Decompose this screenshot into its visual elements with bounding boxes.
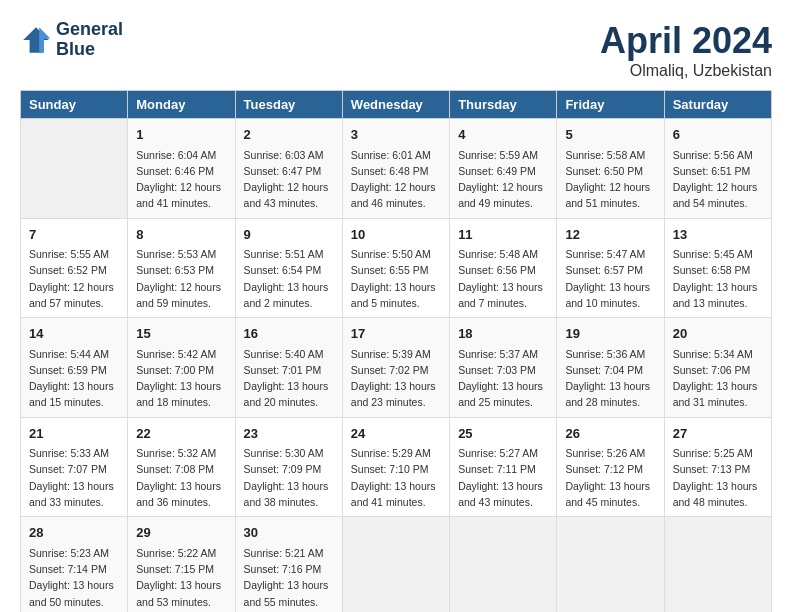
day-number: 23 — [244, 424, 334, 444]
calendar-cell: 29Sunrise: 5:22 AMSunset: 7:15 PMDayligh… — [128, 517, 235, 612]
calendar-cell — [664, 517, 771, 612]
day-info: Sunrise: 5:55 AMSunset: 6:52 PMDaylight:… — [29, 246, 119, 311]
day-info: Sunrise: 5:34 AMSunset: 7:06 PMDaylight:… — [673, 346, 763, 411]
column-header-friday: Friday — [557, 91, 664, 119]
day-number: 24 — [351, 424, 441, 444]
day-number: 7 — [29, 225, 119, 245]
day-number: 15 — [136, 324, 226, 344]
day-info: Sunrise: 5:22 AMSunset: 7:15 PMDaylight:… — [136, 545, 226, 610]
day-number: 28 — [29, 523, 119, 543]
calendar-cell: 2Sunrise: 6:03 AMSunset: 6:47 PMDaylight… — [235, 119, 342, 219]
day-number: 10 — [351, 225, 441, 245]
day-number: 26 — [565, 424, 655, 444]
calendar-cell: 7Sunrise: 5:55 AMSunset: 6:52 PMDaylight… — [21, 218, 128, 318]
day-number: 11 — [458, 225, 548, 245]
day-info: Sunrise: 5:44 AMSunset: 6:59 PMDaylight:… — [29, 346, 119, 411]
location-subtitle: Olmaliq, Uzbekistan — [600, 62, 772, 80]
logo-text: General Blue — [56, 20, 123, 60]
day-info: Sunrise: 5:42 AMSunset: 7:00 PMDaylight:… — [136, 346, 226, 411]
day-info: Sunrise: 5:40 AMSunset: 7:01 PMDaylight:… — [244, 346, 334, 411]
day-number: 8 — [136, 225, 226, 245]
week-row-4: 21Sunrise: 5:33 AMSunset: 7:07 PMDayligh… — [21, 417, 772, 517]
day-number: 20 — [673, 324, 763, 344]
calendar-cell — [342, 517, 449, 612]
day-info: Sunrise: 5:33 AMSunset: 7:07 PMDaylight:… — [29, 445, 119, 510]
day-number: 14 — [29, 324, 119, 344]
calendar-cell: 15Sunrise: 5:42 AMSunset: 7:00 PMDayligh… — [128, 318, 235, 418]
day-info: Sunrise: 5:21 AMSunset: 7:16 PMDaylight:… — [244, 545, 334, 610]
column-header-tuesday: Tuesday — [235, 91, 342, 119]
day-number: 9 — [244, 225, 334, 245]
day-info: Sunrise: 5:37 AMSunset: 7:03 PMDaylight:… — [458, 346, 548, 411]
calendar-cell — [450, 517, 557, 612]
calendar-cell: 24Sunrise: 5:29 AMSunset: 7:10 PMDayligh… — [342, 417, 449, 517]
day-number: 30 — [244, 523, 334, 543]
title-area: April 2024 Olmaliq, Uzbekistan — [600, 20, 772, 80]
day-info: Sunrise: 6:04 AMSunset: 6:46 PMDaylight:… — [136, 147, 226, 212]
calendar-cell: 26Sunrise: 5:26 AMSunset: 7:12 PMDayligh… — [557, 417, 664, 517]
calendar-cell: 10Sunrise: 5:50 AMSunset: 6:55 PMDayligh… — [342, 218, 449, 318]
day-number: 25 — [458, 424, 548, 444]
day-info: Sunrise: 5:51 AMSunset: 6:54 PMDaylight:… — [244, 246, 334, 311]
calendar-cell: 22Sunrise: 5:32 AMSunset: 7:08 PMDayligh… — [128, 417, 235, 517]
calendar-cell: 18Sunrise: 5:37 AMSunset: 7:03 PMDayligh… — [450, 318, 557, 418]
day-info: Sunrise: 5:47 AMSunset: 6:57 PMDaylight:… — [565, 246, 655, 311]
day-number: 3 — [351, 125, 441, 145]
week-row-3: 14Sunrise: 5:44 AMSunset: 6:59 PMDayligh… — [21, 318, 772, 418]
day-info: Sunrise: 5:27 AMSunset: 7:11 PMDaylight:… — [458, 445, 548, 510]
day-info: Sunrise: 6:03 AMSunset: 6:47 PMDaylight:… — [244, 147, 334, 212]
day-info: Sunrise: 5:36 AMSunset: 7:04 PMDaylight:… — [565, 346, 655, 411]
calendar-cell: 4Sunrise: 5:59 AMSunset: 6:49 PMDaylight… — [450, 119, 557, 219]
calendar-cell: 5Sunrise: 5:58 AMSunset: 6:50 PMDaylight… — [557, 119, 664, 219]
day-info: Sunrise: 5:25 AMSunset: 7:13 PMDaylight:… — [673, 445, 763, 510]
calendar-cell: 11Sunrise: 5:48 AMSunset: 6:56 PMDayligh… — [450, 218, 557, 318]
week-row-2: 7Sunrise: 5:55 AMSunset: 6:52 PMDaylight… — [21, 218, 772, 318]
day-number: 12 — [565, 225, 655, 245]
calendar-cell: 25Sunrise: 5:27 AMSunset: 7:11 PMDayligh… — [450, 417, 557, 517]
day-number: 22 — [136, 424, 226, 444]
day-number: 5 — [565, 125, 655, 145]
day-number: 18 — [458, 324, 548, 344]
header: General Blue April 2024 Olmaliq, Uzbekis… — [20, 20, 772, 80]
day-number: 21 — [29, 424, 119, 444]
day-info: Sunrise: 5:56 AMSunset: 6:51 PMDaylight:… — [673, 147, 763, 212]
calendar-cell: 16Sunrise: 5:40 AMSunset: 7:01 PMDayligh… — [235, 318, 342, 418]
calendar-cell: 28Sunrise: 5:23 AMSunset: 7:14 PMDayligh… — [21, 517, 128, 612]
day-info: Sunrise: 5:48 AMSunset: 6:56 PMDaylight:… — [458, 246, 548, 311]
day-info: Sunrise: 5:53 AMSunset: 6:53 PMDaylight:… — [136, 246, 226, 311]
calendar-cell — [21, 119, 128, 219]
calendar-cell — [557, 517, 664, 612]
day-info: Sunrise: 5:45 AMSunset: 6:58 PMDaylight:… — [673, 246, 763, 311]
calendar-cell: 3Sunrise: 6:01 AMSunset: 6:48 PMDaylight… — [342, 119, 449, 219]
column-header-wednesday: Wednesday — [342, 91, 449, 119]
day-info: Sunrise: 5:30 AMSunset: 7:09 PMDaylight:… — [244, 445, 334, 510]
week-row-5: 28Sunrise: 5:23 AMSunset: 7:14 PMDayligh… — [21, 517, 772, 612]
column-header-saturday: Saturday — [664, 91, 771, 119]
day-number: 1 — [136, 125, 226, 145]
calendar-cell: 12Sunrise: 5:47 AMSunset: 6:57 PMDayligh… — [557, 218, 664, 318]
calendar-cell: 30Sunrise: 5:21 AMSunset: 7:16 PMDayligh… — [235, 517, 342, 612]
day-number: 17 — [351, 324, 441, 344]
day-info: Sunrise: 5:50 AMSunset: 6:55 PMDaylight:… — [351, 246, 441, 311]
day-info: Sunrise: 5:26 AMSunset: 7:12 PMDaylight:… — [565, 445, 655, 510]
calendar-cell: 6Sunrise: 5:56 AMSunset: 6:51 PMDaylight… — [664, 119, 771, 219]
logo: General Blue — [20, 20, 123, 60]
day-info: Sunrise: 5:58 AMSunset: 6:50 PMDaylight:… — [565, 147, 655, 212]
month-title: April 2024 — [600, 20, 772, 62]
day-number: 27 — [673, 424, 763, 444]
day-number: 6 — [673, 125, 763, 145]
logo-icon — [20, 24, 52, 56]
calendar-cell: 13Sunrise: 5:45 AMSunset: 6:58 PMDayligh… — [664, 218, 771, 318]
calendar-cell: 8Sunrise: 5:53 AMSunset: 6:53 PMDaylight… — [128, 218, 235, 318]
calendar-cell: 20Sunrise: 5:34 AMSunset: 7:06 PMDayligh… — [664, 318, 771, 418]
calendar-cell: 19Sunrise: 5:36 AMSunset: 7:04 PMDayligh… — [557, 318, 664, 418]
day-number: 19 — [565, 324, 655, 344]
day-number: 29 — [136, 523, 226, 543]
calendar-cell: 17Sunrise: 5:39 AMSunset: 7:02 PMDayligh… — [342, 318, 449, 418]
day-number: 16 — [244, 324, 334, 344]
calendar-table: SundayMondayTuesdayWednesdayThursdayFrid… — [20, 90, 772, 612]
day-number: 2 — [244, 125, 334, 145]
calendar-cell: 27Sunrise: 5:25 AMSunset: 7:13 PMDayligh… — [664, 417, 771, 517]
calendar-cell: 1Sunrise: 6:04 AMSunset: 6:46 PMDaylight… — [128, 119, 235, 219]
calendar-cell: 23Sunrise: 5:30 AMSunset: 7:09 PMDayligh… — [235, 417, 342, 517]
